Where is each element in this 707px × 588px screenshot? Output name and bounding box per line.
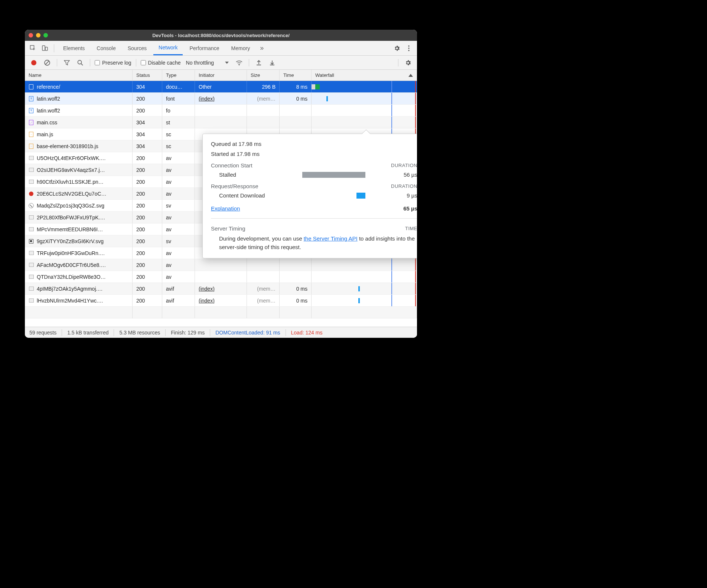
tab-elements[interactable]: Elements [58, 41, 90, 55]
record-button[interactable] [29, 58, 39, 68]
tab-memory[interactable]: Memory [226, 41, 255, 55]
cell-type: av [162, 271, 195, 282]
minimize-window-button[interactable] [36, 33, 40, 37]
load-marker [415, 93, 416, 104]
initiator-link[interactable]: (index) [199, 96, 215, 102]
download-har-icon[interactable] [267, 58, 277, 68]
inspect-element-icon[interactable] [28, 43, 38, 53]
table-row[interactable]: Tlatin.woff2200font(index)(mem…0 ms [25, 93, 417, 105]
cell-status: 200 [133, 176, 162, 187]
cell-size: (mem… [247, 283, 280, 294]
devtools-window: DevTools - localhost:8080/docs/devtools/… [25, 30, 417, 338]
column-waterfall[interactable]: Waterfall [312, 70, 417, 81]
tab-sources[interactable]: Sources [123, 41, 152, 55]
dcl-marker [391, 283, 392, 294]
table-row[interactable]: ⟋main.css304st [25, 117, 417, 128]
column-size[interactable]: Size [247, 70, 280, 81]
dcl-marker [391, 117, 392, 128]
status-dcl: DOMContentLoaded: 91 ms [215, 330, 280, 336]
image-icon [29, 215, 34, 220]
device-toolbar-icon[interactable] [40, 43, 50, 53]
preserve-log-input[interactable] [95, 60, 100, 65]
explanation-link[interactable]: Explanation [211, 205, 240, 212]
more-tabs-button[interactable]: » [257, 43, 267, 53]
table-row[interactable]: QTDnaY32hLDipeRW8e3O…200av [25, 271, 417, 283]
table-row[interactable]: Tlatin.woff2200fo [25, 105, 417, 117]
image-icon [29, 286, 34, 291]
cell-name: ⟋main.css [25, 117, 133, 128]
cell-size [247, 271, 280, 282]
table-row[interactable]: AFacMOgv6D0CFTr6U5e8.…200av [25, 259, 417, 271]
column-status[interactable]: Status [133, 70, 162, 81]
tab-performance[interactable]: Performance [184, 41, 224, 55]
duration-label: DURATION [391, 183, 417, 189]
traffic-lights [29, 33, 48, 37]
table-row[interactable]: lHvzbNUlrm2Mvd4H1Ywc.…200avif(index)(mem… [25, 295, 417, 307]
initiator-link[interactable]: (index) [199, 286, 215, 292]
cell-time: 0 ms [280, 283, 312, 294]
request-name: latin.woff2 [37, 96, 60, 102]
tab-console[interactable]: Console [91, 41, 121, 55]
server-timing-api-link[interactable]: the Server Timing API [304, 235, 358, 242]
network-toolbar: Preserve log Disable cache No throttling [25, 56, 417, 70]
tab-network[interactable]: Network [153, 41, 183, 55]
separator [62, 329, 62, 336]
table-row[interactable]: 4pIMBj7zOAk1y5Agmmoj.…200avif(index)(mem… [25, 283, 417, 295]
dcl-marker [391, 295, 392, 306]
cell-name: MPcVmmemtEEDURBN6I… [25, 223, 133, 235]
cell-type: av [162, 223, 195, 235]
search-icon[interactable] [75, 58, 85, 68]
separator [286, 329, 286, 336]
dcl-marker [391, 271, 392, 282]
cell-status: 200 [133, 212, 162, 223]
initiator-link[interactable]: (index) [199, 298, 215, 304]
maximize-window-button[interactable] [43, 33, 48, 37]
network-settings-icon[interactable] [403, 58, 413, 68]
table-row-empty [25, 307, 417, 318]
column-name[interactable]: Name [25, 70, 133, 81]
script-icon: · [29, 132, 34, 137]
disable-cache-input[interactable] [141, 60, 146, 65]
request-name: 4pIMBj7zOAk1y5Agmmoj.… [37, 286, 102, 292]
column-type[interactable]: Type [162, 70, 195, 81]
settings-icon[interactable] [392, 43, 402, 53]
timing-total: 65 µs [403, 205, 417, 212]
cell-type: font [162, 93, 195, 104]
upload-har-icon[interactable] [254, 58, 264, 68]
disable-cache-checkbox[interactable]: Disable cache [141, 60, 181, 66]
cell-status: 200 [133, 93, 162, 104]
cell-status: 200 [133, 164, 162, 176]
preserve-log-checkbox[interactable]: Preserve log [95, 60, 131, 66]
separator [210, 329, 210, 336]
kebab-menu-icon[interactable] [404, 43, 414, 53]
cell-initiator: (index) [195, 93, 247, 104]
close-window-button[interactable] [29, 33, 33, 37]
filter-icon[interactable] [62, 58, 72, 68]
cell-type: avif [162, 295, 195, 306]
cell-waterfall [312, 259, 417, 271]
tab-label: Sources [128, 45, 147, 51]
cell-initiator: (index) [195, 295, 247, 306]
separator [165, 329, 166, 336]
svg-rect-1 [42, 46, 45, 50]
column-initiator[interactable]: Initiator [195, 70, 247, 81]
cell-status: 304 [133, 128, 162, 140]
request-name: QTDnaY32hLDipeRW8e3O… [37, 274, 106, 280]
timing-queued: Queued at 17.98 ms [211, 141, 417, 147]
cell-name: AFacMOgv6D0CFTr6U5e8.… [25, 259, 133, 271]
cell-status: 200 [133, 247, 162, 259]
column-time[interactable]: Time [280, 70, 312, 81]
image-icon [29, 274, 34, 280]
network-conditions-icon[interactable] [234, 58, 244, 68]
table-row[interactable]: reference/304docu…Other296 B8 ms [25, 81, 417, 93]
cell-status: 200 [133, 152, 162, 164]
table-header: Name Status Type Initiator Size Time Wat… [25, 70, 417, 81]
sort-ascending-icon [408, 74, 413, 77]
cell-name: 4pIMBj7zOAk1y5Agmmoj.… [25, 283, 133, 294]
clear-button[interactable] [42, 58, 52, 68]
throttling-select[interactable]: No throttling [184, 60, 231, 66]
request-name: O2sIJEHG9avKV4aqzSx7.j… [37, 167, 105, 173]
cell-name: ·base-element-3018901b.js [25, 140, 133, 152]
cell-type: av [162, 212, 195, 223]
image-icon [29, 262, 34, 268]
